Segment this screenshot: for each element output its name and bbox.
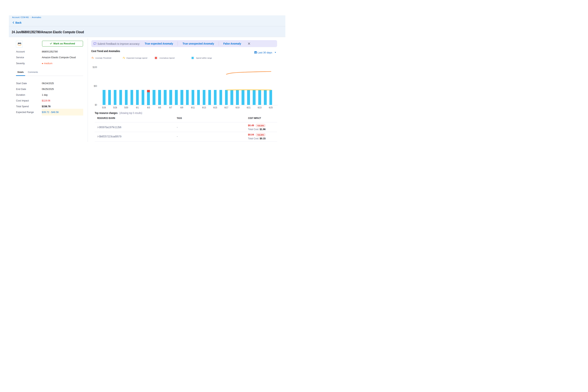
svg-text:aws: aws (18, 42, 21, 44)
